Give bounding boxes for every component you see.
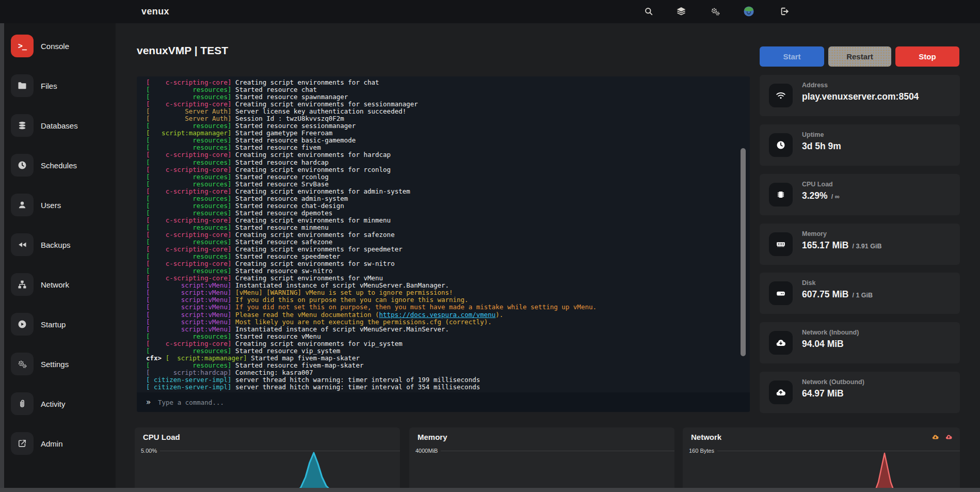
sidebar-item-label: Console — [41, 42, 69, 51]
log-tag: [ c-scripting-core] — [146, 340, 232, 347]
console-line: [ citizen-server-impl] server thread hit… — [146, 376, 734, 384]
sidebar-item-files[interactable]: Files — [11, 74, 111, 97]
log-tag: [ script:vMenu] — [146, 318, 232, 326]
console-line: [ c-scripting-core] Creating script envi… — [146, 79, 734, 86]
horizontal-scrollbar[interactable] — [0, 488, 980, 492]
sidebar-item-users[interactable]: Users — [11, 194, 111, 216]
log-message: Started resource minmenu — [232, 224, 329, 231]
log-tag: [ script:vMenu] — [146, 311, 232, 319]
console-line: [ resources] Started resource speedmeter — [146, 253, 734, 260]
log-message: Creating script environments for admin-s… — [232, 187, 410, 195]
stat-label: Address — [802, 82, 828, 89]
log-tag: [ c-scripting-core] — [146, 274, 232, 282]
logout-icon[interactable] — [779, 6, 790, 17]
search-icon[interactable] — [644, 7, 654, 17]
log-message: Instantiated instance of script vMenuSer… — [232, 325, 449, 333]
log-message: Started map fivem-map-skater — [247, 354, 360, 362]
log-message: Creating script environments for session… — [232, 100, 418, 108]
user-avatar[interactable] — [743, 6, 755, 18]
console-scrollbar-thumb[interactable] — [741, 148, 746, 356]
gears-icon[interactable] — [710, 6, 720, 17]
play-icon — [17, 319, 27, 329]
log-tag: [ script:vMenu] — [146, 325, 232, 333]
sidebar-item-startup[interactable]: Startup — [11, 313, 111, 336]
log-message: Creating script environments for safezon… — [232, 231, 395, 239]
log-tag: [ c-scripting-core] — [146, 79, 232, 86]
layers-icon[interactable] — [676, 6, 686, 17]
clock-icon — [17, 160, 27, 170]
console-line: [ resources] Started resource spawnmanag… — [146, 93, 734, 101]
cloud-up-icon[interactable] — [945, 433, 953, 441]
log-message: Started resource safezone — [232, 238, 333, 246]
console-line: [ resources] Started resource vMenu — [146, 333, 734, 340]
stat-card-network-inbound: Network (Inbound)94.04 MiB — [760, 322, 960, 363]
console-line: [ resources] Started resource chat-desig… — [146, 202, 734, 210]
stat-value: 3.29%/ ∞ — [802, 191, 839, 201]
log-tag: [ resources] — [146, 224, 232, 231]
sidebar-item-admin[interactable]: Admin — [11, 432, 111, 455]
sidebar-item-backups[interactable]: Backups — [11, 233, 111, 256]
log-message: Creating script environments for hardcap — [232, 151, 391, 158]
sidebar-icon-tile: >_ — [11, 35, 34, 57]
log-tag: [ citizen-server-impl] — [146, 376, 232, 384]
command-input[interactable] — [157, 398, 741, 407]
cloud-up-icon — [775, 387, 786, 398]
stat-label: Network (Outbound) — [802, 378, 864, 386]
log-message: Creating script environments for speedme… — [232, 245, 403, 253]
log-message: Started resource SrvBase — [232, 180, 329, 188]
sidebar-item-network[interactable]: Network — [11, 273, 111, 296]
console-log[interactable]: [ c-scripting-core] Creating script envi… — [146, 79, 734, 391]
sidebar-item-console[interactable]: >_Console — [11, 35, 111, 57]
stat-icon-tile — [769, 84, 793, 107]
cloud-down-icon — [775, 337, 786, 348]
console-line: [ c-scripting-core] Creating script envi… — [146, 101, 734, 108]
stop-button[interactable]: Stop — [895, 46, 959, 67]
log-message: Please read the vMenu documentation ( — [232, 311, 379, 319]
console-line: [ citizen-server-impl] server thread hit… — [146, 384, 734, 391]
sidebar-item-settings[interactable]: Settings — [11, 353, 111, 375]
console-line: [ resources] Started resource rconlog — [146, 173, 734, 181]
log-message: Session Id : twzU8kvvszq0F2m — [232, 115, 344, 122]
log-tag: [ resources] — [146, 238, 232, 246]
vertical-scrollbar[interactable] — [0, 23, 4, 488]
command-bar: » — [137, 392, 750, 412]
sidebar-icon-tile — [11, 114, 34, 137]
restart-button[interactable]: Restart — [828, 46, 891, 67]
log-message: Connecting: kasra007 — [232, 369, 313, 376]
gears-icon — [17, 359, 27, 369]
log-tag: [ resources] — [146, 173, 232, 181]
stat-value: 94.04 MiB — [802, 339, 844, 350]
log-message: Started resource basic-gamemode — [232, 136, 356, 144]
console-line: [ c-scripting-core] Creating script envi… — [146, 246, 734, 253]
cloud-down-icon[interactable] — [931, 433, 939, 441]
log-message: Started resource hardcap — [232, 158, 329, 166]
log-tag: [ script:vMenu] — [146, 289, 232, 296]
console-line: [ resources] Started resource vip_system — [146, 347, 734, 355]
console-line: [ resources] Started resource safezone — [146, 239, 734, 246]
network-icon — [17, 279, 27, 290]
log-tag: [ resources] — [146, 332, 232, 340]
console-line: [ resources] Started resource basic-game… — [146, 137, 734, 144]
stat-card-uptime: Uptime3d 5h 9m — [760, 124, 960, 166]
console-link[interactable]: https://docs.vespura.com/vmenu — [379, 311, 496, 319]
log-message: Creating script environments for sw-nitr… — [232, 260, 395, 267]
sidebar-item-schedules[interactable]: Schedules — [11, 154, 111, 177]
log-message: ). — [495, 311, 503, 319]
console-line: [ script:vMenu] Please read the vMenu do… — [146, 311, 734, 319]
console-line: [ resources] Started resource sessionman… — [146, 122, 734, 130]
sidebar-item-activity[interactable]: Activity — [11, 392, 111, 415]
paperclip-icon — [17, 399, 27, 409]
console-line: [ resources] Started resource hardcap — [146, 159, 734, 166]
log-message: If you did this on purpose then you can … — [232, 296, 469, 304]
log-message: Started resource spawnmanager — [232, 93, 348, 101]
rewind-icon — [17, 240, 27, 250]
sidebar-item-databases[interactable]: Databases — [11, 114, 111, 137]
start-button[interactable]: Start — [760, 46, 824, 67]
stat-label: Network (Inbound) — [802, 329, 859, 336]
stat-label: Uptime — [802, 131, 824, 138]
console-line: [ c-scripting-core] Creating script envi… — [146, 340, 734, 347]
log-message: Started resource vMenu — [232, 332, 321, 340]
stat-value: 64.97 MiB — [802, 388, 844, 399]
sidebar: >_ConsoleFilesDatabasesSchedulesUsersBac… — [4, 23, 116, 488]
log-message: Started resource sessionmanager — [232, 122, 356, 130]
